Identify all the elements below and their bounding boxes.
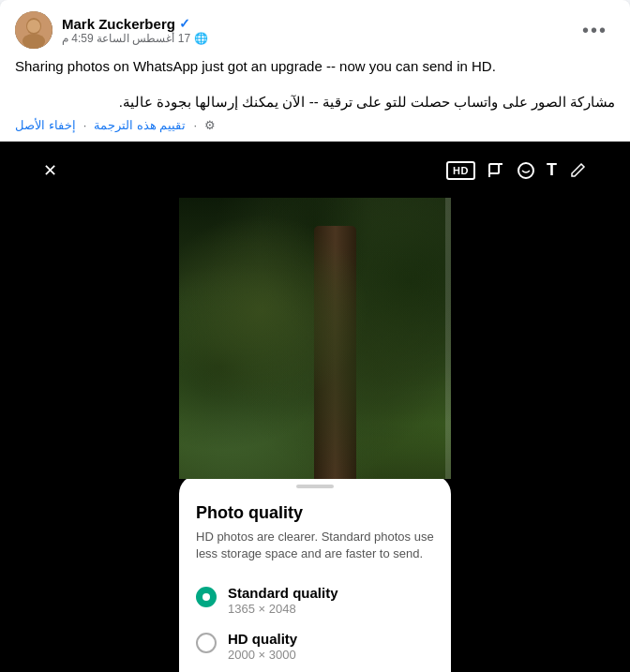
post-text-arabic: مشاركة الصور على واتساب حصلت للتو على تر… [0,85,630,118]
quality-title: Photo quality [179,503,451,529]
quality-description: HD photos are clearer. Standard photos u… [179,529,451,577]
hd-quality-radio[interactable] [196,633,217,653]
phone-screenshot: ✕ HD T [0,142,630,673]
globe-icon: 🌐 [194,32,208,45]
standard-quality-dims: 1365 × 2048 [228,602,338,616]
standard-quality-radio[interactable] [196,587,217,607]
svg-rect-4 [489,164,499,173]
hd-badge: HD [446,161,475,180]
standard-quality-label: Standard quality [228,585,338,601]
svg-point-3 [22,34,45,49]
pencil-button[interactable] [562,156,592,186]
hd-quality-label: HD quality [228,631,297,647]
hd-quality-option[interactable]: HD quality 2000 × 3000 [179,623,451,669]
standard-quality-option[interactable]: Standard quality 1365 × 2048 [179,577,451,623]
post-meta: Mark Zuckerberg ✓ 🌐 17 أغسطس الساعة 4:59… [62,16,208,45]
photo-toolbar: ✕ HD T [0,142,630,198]
avatar [15,11,52,49]
post-header-left: Mark Zuckerberg ✓ 🌐 17 أغسطس الساعة 4:59… [15,11,208,49]
translation-bar: ⚙ · تقييم هذه الترجمة · إخفاء الأصل [0,118,630,142]
sticker-button[interactable] [511,156,541,186]
author-name: Mark Zuckerberg ✓ [62,16,208,32]
svg-point-2 [27,20,40,33]
forest-photo [179,198,451,479]
hd-quality-dims: 2000 × 3000 [228,648,297,662]
sheet-handle [296,485,334,488]
quality-sheet: Photo quality HD photos are clearer. Sta… [179,475,451,673]
post-card: Mark Zuckerberg ✓ 🌐 17 أغسطس الساعة 4:59… [0,0,630,672]
post-text-english: Sharing photos on WhatsApp just got an u… [0,56,630,85]
text-button[interactable]: T [541,155,562,186]
post-header: Mark Zuckerberg ✓ 🌐 17 أغسطس الساعة 4:59… [0,0,630,56]
hide-original-link[interactable]: إخفاء الأصل [15,118,76,132]
crop-button[interactable] [481,156,511,186]
post-time-row: 🌐 17 أغسطس الساعة 4:59 م [62,32,208,45]
svg-point-7 [518,163,533,178]
verified-badge: ✓ [179,16,190,31]
settings-icon[interactable]: ⚙ [204,118,216,132]
rate-translation-link[interactable]: تقييم هذه الترجمة [94,118,186,132]
close-button[interactable]: ✕ [38,155,63,187]
hd-button[interactable]: HD [441,156,481,186]
more-options-button[interactable]: ••• [575,16,615,45]
